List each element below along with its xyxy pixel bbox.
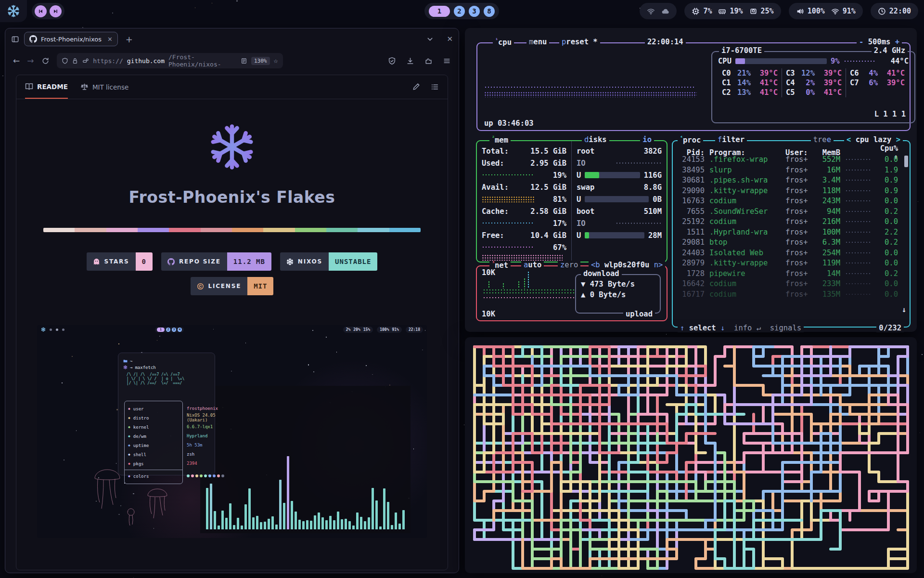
weather-group[interactable] — [640, 3, 677, 19]
github-readme-card: README MIT license Frost-Phoenix's Flake… — [16, 75, 448, 570]
proc-sort-control[interactable]: < cpu lazy > — [844, 135, 903, 144]
download-icon[interactable] — [406, 57, 414, 65]
process-row[interactable]: 28979.kitty-wrappefros+119M0.0 — [678, 258, 905, 269]
badge-nixos[interactable]: NIXOSUNSTABLE — [280, 252, 378, 271]
mini-workspaces: 1234 — [155, 327, 184, 332]
protection-shield-icon[interactable] — [388, 57, 396, 65]
proc-footer-actions[interactable]: ↑ select ↓ info ↵ signals — [678, 324, 804, 332]
tab-mit-license[interactable]: MIT license — [80, 83, 128, 91]
workspace-button[interactable]: 2 — [454, 6, 465, 17]
badge-repo-size[interactable]: REPO SIZE11.2 MB — [161, 252, 271, 271]
tab-close-icon[interactable]: ✕ — [107, 36, 113, 43]
cpu-total-bar — [735, 58, 827, 64]
outline-list-icon[interactable] — [431, 83, 439, 91]
core-row: C021%39°C — [722, 68, 778, 78]
btop-menu-button[interactable]: menu — [526, 38, 549, 46]
net-zero-button[interactable]: zero — [558, 261, 580, 269]
process-row[interactable]: 16642codiumfros+233M0.0 — [678, 279, 905, 289]
core-column: C312%39°CC42%39°CC50%41°C — [782, 68, 846, 97]
proc-scrollbar-thumb[interactable] — [904, 156, 908, 167]
pipe — [475, 520, 619, 568]
net-auto-button[interactable]: auto — [521, 261, 544, 269]
badge-stars[interactable]: STARS0 — [87, 252, 153, 271]
workspace-button[interactable]: 1 — [429, 6, 450, 17]
pipe — [494, 366, 734, 530]
prompt-snowflake-icon — [123, 365, 128, 369]
tracking-shield-icon[interactable] — [62, 57, 68, 65]
process-row[interactable]: 29090.kitty-wrappefros+118M0.9 — [678, 185, 905, 196]
pipe — [773, 414, 860, 501]
process-row[interactable]: 30681.pipes.sh-wrafros+3.4M0.9 — [678, 175, 905, 186]
ram-stat: 19% — [718, 7, 743, 15]
extensions-puzzle-icon[interactable] — [424, 57, 433, 65]
bookmark-star-icon[interactable]: ☆ — [274, 56, 278, 65]
edit-pencil-icon[interactable] — [412, 83, 420, 91]
visualizer-bar — [260, 522, 262, 529]
url-bar[interactable]: https://github.com/Frost-Phoenix/nixos- … — [57, 53, 283, 68]
browser-tab-active[interactable]: Frost-Phoenix/nixos ✕ — [24, 32, 118, 46]
browser-tab-bar: Frost-Phoenix/nixos ✕ + ✕ — [5, 28, 459, 50]
visualizer-bar — [279, 480, 282, 529]
process-row[interactable]: 24153.firefox-wrapfros+552M0.0 — [678, 155, 905, 165]
media-prev-button[interactable] — [35, 5, 47, 17]
workspace-button[interactable]: 3 — [469, 6, 480, 17]
process-row[interactable]: 29081btopfros+6.3M0.2 — [678, 237, 905, 248]
menu-hamburger-icon[interactable] — [443, 57, 451, 65]
process-row[interactable]: 16763codiumfros+243M0.0 — [678, 196, 905, 207]
visualizer-bar — [314, 515, 316, 529]
proc-table-rows: 24153.firefox-wrapfros+552M0.038495slurp… — [678, 155, 905, 300]
visualizer-bar — [264, 522, 266, 529]
nixos-menu-button[interactable] — [0, 0, 27, 22]
memory-stats: Total:15.5 GiB Used:2.95 GiB 19% Avail:1… — [477, 141, 571, 262]
ghost-icon — [93, 258, 100, 265]
reload-icon[interactable] — [41, 57, 50, 65]
copyright-icon — [197, 283, 204, 290]
mini-workspace: 2 — [166, 328, 170, 332]
visualizer-bar — [325, 520, 328, 529]
visualizer-bar — [368, 517, 370, 529]
disk-name-row: root382G — [577, 145, 662, 157]
mini-audio: 100%91% — [377, 327, 402, 333]
process-row[interactable]: 1728pipewirefros+14M0.2 — [678, 268, 905, 279]
proc-tree-button[interactable]: tree — [811, 135, 834, 144]
permissions-toggle-icon[interactable] — [82, 57, 89, 65]
btop-interval-control[interactable]: - 500ms + — [857, 38, 902, 46]
cloud-icon — [661, 7, 669, 15]
core-row: C50%41°C — [786, 88, 842, 97]
proc-scroll-down-arrow[interactable]: ↓ — [902, 305, 906, 314]
cpu-chip-icon — [692, 7, 700, 15]
palette-segment — [106, 228, 138, 232]
proc-filter-button[interactable]: filter — [715, 135, 747, 144]
visualizer-bar — [391, 525, 393, 529]
nixos-snowflake-icon — [7, 4, 20, 18]
window-close-button[interactable]: ✕ — [447, 35, 453, 43]
audio-network-group[interactable]: 100% 91% — [789, 3, 863, 19]
back-button[interactable]: ← — [13, 56, 20, 66]
fetch-value: zsh — [187, 449, 224, 459]
badge-license[interactable]: LICENSEMIT — [191, 277, 274, 295]
process-row[interactable]: 24403Isolated Webfros+254M0.0 — [678, 248, 905, 258]
process-row[interactable]: 38495slurpfros+16M1.9 — [678, 165, 905, 175]
disk-io-row: IO — [577, 157, 662, 169]
forward-button[interactable]: → — [27, 56, 34, 66]
process-row[interactable]: 25192codiumfros+216M0.0 — [678, 217, 905, 227]
pipes-art — [465, 337, 917, 573]
sidebar-toggle-icon[interactable] — [11, 35, 19, 43]
zoom-level-badge[interactable]: 130% — [251, 57, 270, 65]
clock-group[interactable]: 22:00 — [871, 3, 918, 19]
process-row[interactable]: 7655.SoundWireSerfros+94M0.2 — [678, 206, 905, 217]
process-row[interactable]: 16717codiumfros+135M0.0 — [678, 289, 905, 300]
system-stats-group[interactable]: 7% 19% 25% — [684, 3, 781, 19]
tab-readme[interactable]: README — [25, 75, 68, 99]
btop-preset-button[interactable]: preset * — [559, 38, 600, 46]
disk-usage-row: U0B — [577, 193, 662, 205]
star — [2, 76, 3, 77]
new-tab-button[interactable]: + — [126, 34, 133, 44]
tabs-chevron-down-icon[interactable] — [426, 35, 434, 43]
workspace-button[interactable]: 8 — [484, 6, 495, 17]
reader-view-icon[interactable] — [241, 57, 247, 65]
process-row[interactable]: 1511.Hyprland-wrafros+100M2.2 — [678, 227, 905, 237]
skip-previous-icon — [38, 9, 43, 14]
media-next-button[interactable] — [50, 5, 62, 17]
disk-name-row: swap8.8G — [577, 181, 662, 193]
